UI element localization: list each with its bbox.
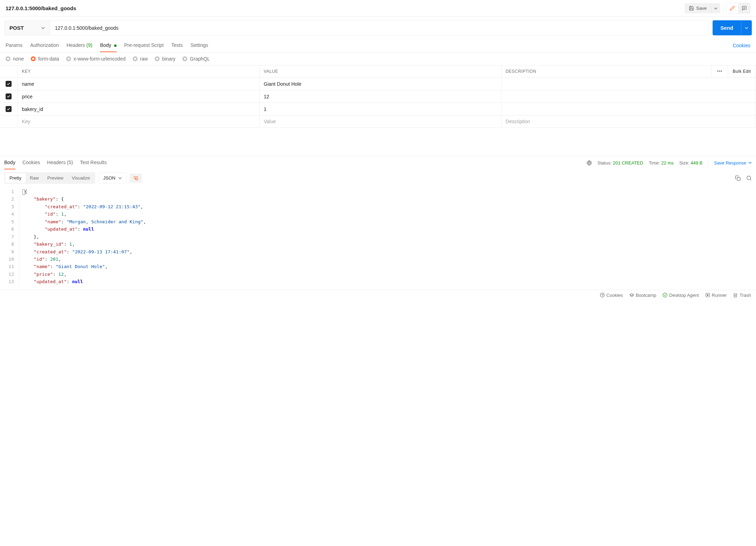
code-line: 8 "bakery_id": 1, [0,240,756,248]
response-body-view[interactable]: 1{2 "bakery": {3 "created_at": "2022-09-… [0,187,756,290]
method-select[interactable]: POST [5,21,50,35]
footer-trash[interactable]: Trash [733,293,751,298]
tab-params[interactable]: Params [6,39,22,52]
code-line: 10 "id": 201, [0,255,756,263]
footer-runner[interactable]: Runner [705,293,727,298]
checkbox-icon [6,81,12,87]
footer-bar: Cookies Bootcamp Desktop Agent Runner Tr… [0,290,756,300]
radio-none[interactable]: none [6,56,24,62]
checkbox-icon [6,106,12,112]
radio-icon [155,56,160,61]
status-label: Status: [597,160,611,166]
comment-icon [742,6,747,11]
save-button[interactable]: Save [685,3,711,13]
row-value-cell[interactable]: 12 [259,90,501,103]
row-key-cell[interactable]: bakery_id [18,103,259,115]
radio-raw-label: raw [140,56,148,62]
comment-button[interactable] [738,3,750,13]
row-checkbox-cell[interactable] [0,78,18,90]
view-tab-preview[interactable]: Preview [43,173,68,183]
resp-tab-cookies[interactable]: Cookies [22,156,40,169]
col-actions-header[interactable]: ••• [712,65,728,78]
row-checkbox-cell [0,115,18,128]
row-desc-cell[interactable] [501,90,756,103]
url-input[interactable]: 127.0.0.1:5000/baked_goods [50,21,709,35]
radio-icon [66,56,71,61]
size-label: Size: [679,160,690,166]
row-checkbox-cell[interactable] [0,103,18,115]
radio-formdata[interactable]: form-data [31,56,59,62]
view-tab-visualize[interactable]: Visualize [68,173,94,183]
globe-icon[interactable] [587,160,592,166]
resp-tab-testresults[interactable]: Test Results [80,156,106,169]
row-value-cell[interactable]: 1 [259,103,501,115]
wrap-lines-button[interactable] [130,174,142,183]
save-response-label: Save Response [714,160,746,166]
footer-desktop-agent[interactable]: Desktop Agent [663,293,699,298]
radio-none-label: none [13,56,24,62]
save-button-group: Save [685,3,720,13]
edit-comment-group [726,3,750,14]
radio-binary[interactable]: binary [155,56,175,62]
status-value: 201 CREATED [613,160,643,166]
search-icon [746,175,752,181]
row-desc-placeholder[interactable]: Description [501,115,756,128]
row-key-placeholder[interactable]: Key [18,115,259,128]
resp-tab-headers[interactable]: Headers (5) [47,156,73,169]
footer-bootcamp[interactable]: Bootcamp [629,293,657,298]
tab-tests[interactable]: Tests [172,39,183,52]
save-response-button[interactable]: Save Response [714,160,752,166]
graduation-icon [629,293,634,298]
time-value: 22 ms [661,160,673,166]
tab-headers[interactable]: Headers (9) [66,39,92,52]
row-key-cell[interactable]: name [18,78,259,90]
row-desc-cell[interactable] [501,103,756,115]
row-value-cell[interactable]: Giant Donut Hole [259,78,501,90]
request-row: POST 127.0.0.1:5000/baked_goods Send [0,17,756,39]
chevron-down-icon [41,26,45,30]
search-button[interactable] [746,175,752,181]
format-select[interactable]: JSON [99,173,126,183]
svg-line-7 [750,179,751,180]
header-actions: Save [685,3,750,14]
tab-prerequest[interactable]: Pre-request Script [124,39,164,52]
modified-dot-icon [114,44,117,47]
footer-cookies[interactable]: Cookies [600,293,623,298]
row-key-cell[interactable]: price [18,90,259,103]
send-button[interactable]: Send [713,20,741,35]
view-tab-pretty[interactable]: Pretty [5,173,26,183]
edit-button[interactable] [727,3,738,13]
cookies-link[interactable]: Cookies [733,43,750,48]
copy-button[interactable] [735,175,741,181]
method-value: POST [9,25,24,31]
radio-urlencoded[interactable]: x-www-form-urlencoded [66,56,126,62]
resp-tab-body[interactable]: Body [4,156,15,169]
tab-headers-count: (9) [86,42,92,48]
table-row: bakery_id1 [0,103,756,115]
resp-tab-headers-label: Headers [47,160,66,165]
radio-raw[interactable]: raw [133,56,148,62]
response-toolbar: Pretty Raw Preview Visualize JSON [0,169,756,187]
divider [708,159,708,167]
code-line: 12 "price": 12, [0,271,756,278]
play-icon [705,293,710,298]
radio-graphql[interactable]: GraphQL [182,56,210,62]
code-line: 4 "id": 1, [0,210,756,218]
view-tab-raw[interactable]: Raw [26,173,43,183]
response-section: Body Cookies Headers (5) Test Results St… [0,156,756,290]
check-circle-icon [663,293,667,298]
save-dropdown[interactable] [711,4,720,13]
row-value-placeholder[interactable]: Value [259,115,501,128]
svg-marker-14 [707,294,708,296]
tab-authorization[interactable]: Authorization [30,39,59,52]
row-desc-cell[interactable] [501,78,756,90]
tab-settings[interactable]: Settings [190,39,208,52]
row-checkbox-cell[interactable] [0,90,18,103]
bulk-edit-button[interactable]: Bulk Edit [728,65,756,78]
tab-body[interactable]: Body [100,39,117,52]
send-dropdown[interactable] [741,20,752,35]
method-url-group: POST 127.0.0.1:5000/baked_goods [4,20,709,35]
chevron-down-icon [745,26,748,30]
svg-point-8 [600,293,604,297]
save-button-label: Save [696,6,707,11]
